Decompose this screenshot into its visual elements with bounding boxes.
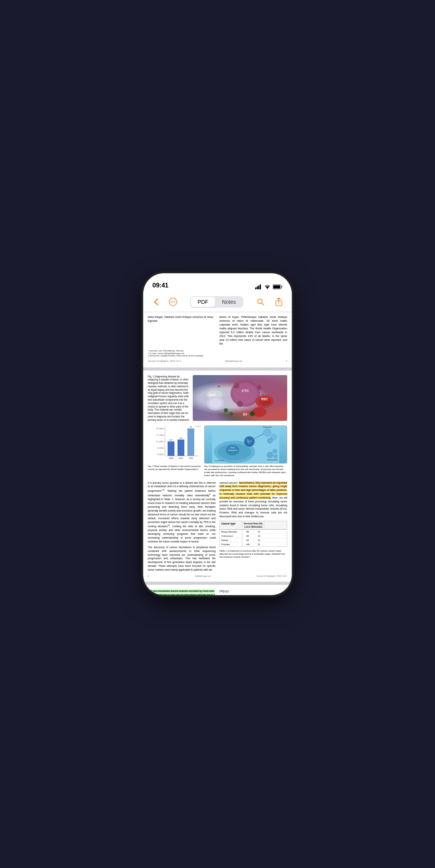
bar-chart-svg: 22 million 17 million 11 million 6 milli… xyxy=(148,425,201,464)
wifi-icon xyxy=(264,284,270,289)
svg-text:Projected: Projected xyxy=(195,425,201,427)
svg-text:2008: 2008 xyxy=(169,457,173,459)
fig3-svg: Early Endosome MVB xyxy=(205,426,287,463)
phone-screen: 09:41 xyxy=(143,273,292,595)
search-button[interactable] xyxy=(254,295,267,309)
svg-point-64 xyxy=(250,440,252,442)
status-icons xyxy=(255,284,283,289)
table-row: Kidney 93 12 xyxy=(220,538,287,542)
svg-point-70 xyxy=(267,452,273,458)
body-col1: If a primary tumor spreads to a distant … xyxy=(148,481,216,572)
svg-text:Early: Early xyxy=(230,447,235,449)
pdf-page-3: EVs are membrane bound vesicles secreted… xyxy=(143,585,292,595)
status-time: 09:41 xyxy=(152,282,168,289)
svg-point-22 xyxy=(209,398,222,408)
toolbar-right xyxy=(254,295,286,309)
more-button[interactable] xyxy=(166,295,180,309)
pdf-page-2: Fig. 1 Diagnosing disease by analyzing a… xyxy=(143,371,292,582)
page3-content: EVs are membrane bound vesicles secreted… xyxy=(148,589,287,595)
svg-point-4 xyxy=(267,288,268,289)
svg-text:RBC: RBC xyxy=(261,397,268,401)
svg-point-68 xyxy=(267,438,273,444)
page2-footer: 2 highlightsapp.net Journal of Highlight… xyxy=(148,575,287,577)
fig1-image: WBC CTC RBC EV xyxy=(193,375,287,421)
page3-body-text: EVs are membrane bound vesicles secreted… xyxy=(148,589,216,595)
page3-col2: (Φ(β,ρ)): Fr = 2π²r³ρ₀β₀/3λ · Φ(β,ρ) · s… xyxy=(219,589,287,595)
svg-text:14,1: 14,1 xyxy=(179,437,183,439)
table-body: Breast (female) 99 27 Colorectum xyxy=(220,530,287,546)
table-row: Colorectum 90 14 xyxy=(220,534,287,538)
svg-text:22 million: 22 million xyxy=(156,427,164,430)
svg-point-63 xyxy=(246,439,249,441)
fig2-caption: Fig. 2 Total number of deaths in the wor… xyxy=(148,465,201,471)
share-button[interactable] xyxy=(272,295,286,309)
green-highlight-text: EVs are membrane bound vesicles secreted… xyxy=(148,590,215,595)
svg-point-30 xyxy=(255,381,257,383)
svg-rect-45 xyxy=(168,441,174,456)
svg-rect-1 xyxy=(257,286,258,289)
svg-text:17 million: 17 million xyxy=(156,434,164,436)
body-col1-para2: The discovery of cancer biomarkers in pe… xyxy=(148,546,216,572)
fig3-container: Early Endosome MVB xyxy=(204,425,287,477)
pdf-content[interactable]: tellus integer. Habitant morbi tristique… xyxy=(143,312,292,595)
svg-point-32 xyxy=(218,385,220,387)
svg-point-28 xyxy=(250,411,255,416)
phone-frame: 09:41 xyxy=(143,273,292,595)
svg-point-20 xyxy=(237,401,243,407)
page1-left-col: tellus integer. Habitant morbi tristique… xyxy=(148,315,216,346)
tab-pdf[interactable]: PDF xyxy=(191,297,215,307)
table-header: Cancer type Survival Rate [%] Local Meta… xyxy=(220,521,287,529)
svg-text:Exosomes: Exosomes xyxy=(263,426,272,428)
back-button[interactable] xyxy=(149,295,163,309)
svg-text:CTC: CTC xyxy=(241,389,249,393)
svg-rect-0 xyxy=(255,287,256,289)
svg-rect-6 xyxy=(273,285,280,288)
svg-text:Microvesicles: Microvesicles xyxy=(267,459,278,461)
toolbar: PDF Notes xyxy=(143,292,292,312)
svg-point-65 xyxy=(248,442,250,444)
svg-rect-51 xyxy=(187,428,194,456)
fig1-inner: WBC CTC RBC EV xyxy=(193,375,287,421)
tab-notes[interactable]: Notes xyxy=(215,297,243,307)
svg-point-71 xyxy=(273,449,277,454)
svg-point-26 xyxy=(224,408,228,412)
fig1-svg: WBC CTC RBC EV xyxy=(193,375,287,421)
svg-point-10 xyxy=(174,302,175,303)
bar-chart: 22 million 17 million 11 million 6 milli… xyxy=(148,425,201,477)
table-col-cancer: Cancer type xyxy=(220,521,242,529)
page1-right-col: lames et turpis. Pellentesque habitant m… xyxy=(219,315,287,346)
svg-point-9 xyxy=(173,302,174,303)
svg-rect-2 xyxy=(258,286,259,289)
footnotes: ᵃ Laminar Lab, Randaberg, Norway. ᵇ E-ma… xyxy=(148,349,287,357)
svg-text:11 million: 11 million xyxy=(156,440,164,443)
body-text-columns: If a primary tumor spreads to a distant … xyxy=(148,481,287,572)
table-col-local: Survival Rate [%] Local Metastatic xyxy=(242,521,265,529)
fig3-image: Early Endosome MVB xyxy=(204,425,287,464)
svg-point-27 xyxy=(229,412,233,416)
table-caption: Table 1 Comparison of survival rates for… xyxy=(219,550,287,558)
survival-rate-header: Survival Rate [%] xyxy=(244,522,263,525)
svg-point-66 xyxy=(264,429,271,436)
svg-text:2030: 2030 xyxy=(189,457,193,459)
svg-point-25 xyxy=(252,407,266,417)
svg-point-8 xyxy=(171,302,172,303)
svg-text:12,7: 12,7 xyxy=(169,439,173,441)
svg-point-29 xyxy=(233,383,236,385)
fig3-caption: Fig. 3 Pathways to secretion of extracel… xyxy=(204,465,287,477)
svg-text:Endosome: Endosome xyxy=(228,449,237,451)
fig1-caption: Fig. 1 Diagnosing disease by analyzing a… xyxy=(148,375,190,422)
segment-control-container: PDF Notes xyxy=(183,296,251,308)
body-col2-text: vanced cancers. Nevertheless, they repre… xyxy=(219,481,287,518)
svg-rect-3 xyxy=(260,284,261,289)
segment-control: PDF Notes xyxy=(190,296,244,308)
body-col1-text: If a primary tumor spreads to a distant … xyxy=(148,481,216,544)
pdf-page-1: tellus integer. Habitant morbi tristique… xyxy=(143,312,292,367)
svg-point-19 xyxy=(257,385,262,390)
svg-text:0 million: 0 million xyxy=(157,453,165,456)
survival-table: Cancer type Survival Rate [%] Local Meta… xyxy=(219,521,287,547)
charts-row: 22 million 17 million 11 million 6 milli… xyxy=(148,425,287,477)
page1-footer: Journal of Highlights, 2020, Vol 1 highl… xyxy=(148,360,287,362)
fig1-container: Fig. 1 Diagnosing disease by analyzing a… xyxy=(148,375,287,422)
signal-icon xyxy=(255,284,262,289)
svg-rect-48 xyxy=(178,440,184,456)
